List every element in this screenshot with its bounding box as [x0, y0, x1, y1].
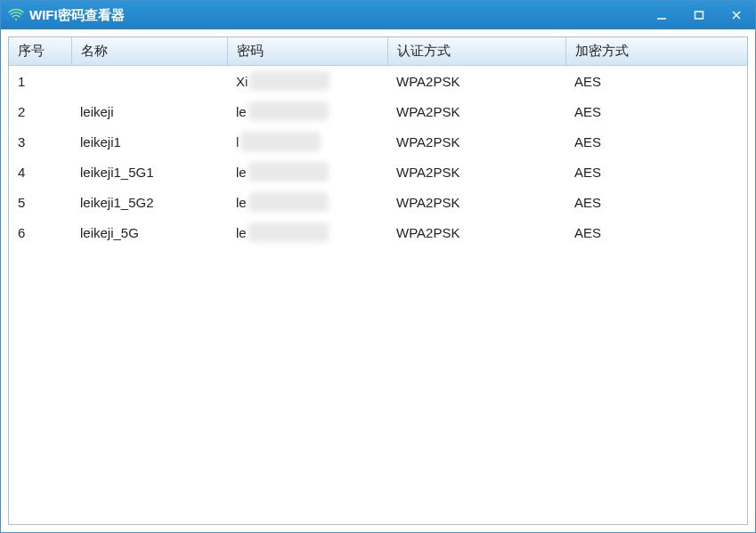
cell-password: le: [227, 187, 387, 217]
cell-encryption: AES: [565, 157, 747, 187]
app-window: WIFI密码查看器: [0, 0, 756, 533]
window-controls: [643, 1, 755, 29]
table-header-row: 序号 名称 密码 认证方式 加密方式: [9, 37, 747, 66]
cell-name: leikeji1_5G2: [71, 187, 227, 217]
cell-encryption: AES: [565, 217, 747, 247]
cell-index: 2: [9, 96, 71, 126]
cell-auth: WPA2PSK: [387, 126, 565, 157]
svg-rect-1: [695, 12, 703, 19]
close-button[interactable]: [718, 1, 755, 29]
cell-auth: WPA2PSK: [387, 217, 565, 247]
cell-auth: WPA2PSK: [387, 157, 565, 187]
header-index[interactable]: 序号: [9, 37, 71, 66]
header-encryption[interactable]: 加密方式: [565, 37, 747, 66]
header-name[interactable]: 名称: [71, 37, 227, 66]
password-blurred: [249, 71, 329, 91]
table-row[interactable]: 1XiWPA2PSKAES: [9, 66, 747, 97]
table-row[interactable]: 4leikeji1_5G1leWPA2PSKAES: [9, 157, 747, 187]
password-blurred: [248, 162, 329, 182]
titlebar[interactable]: WIFI密码查看器: [1, 1, 755, 29]
cell-password: l: [227, 126, 387, 157]
cell-password: le: [227, 217, 387, 247]
cell-auth: WPA2PSK: [387, 66, 565, 97]
cell-name: leikeji: [71, 96, 227, 126]
cell-encryption: AES: [565, 96, 747, 126]
password-blurred: [248, 222, 329, 242]
table-row[interactable]: 3leikeji1lWPA2PSKAES: [9, 126, 747, 157]
minimize-button[interactable]: [643, 1, 680, 29]
cell-index: 1: [9, 66, 71, 97]
password-prefix: le: [236, 104, 247, 119]
cell-index: 4: [9, 157, 71, 187]
cell-index: 3: [9, 126, 71, 157]
cell-name: [71, 66, 227, 97]
wifi-table: 序号 名称 密码 认证方式 加密方式 1XiWPA2PSKAES2leikeji…: [9, 37, 747, 247]
password-prefix: le: [236, 165, 247, 180]
cell-index: 6: [9, 217, 71, 247]
password-prefix: l: [236, 134, 239, 149]
table-row[interactable]: 5leikeji1_5G2leWPA2PSKAES: [9, 187, 747, 217]
header-password[interactable]: 密码: [227, 37, 387, 66]
header-auth[interactable]: 认证方式: [387, 37, 565, 66]
password-blurred: [240, 132, 321, 151]
cell-index: 5: [9, 187, 71, 217]
table-row[interactable]: 2leikejileWPA2PSKAES: [9, 96, 747, 126]
wifi-icon: [8, 7, 24, 23]
table-container[interactable]: 序号 名称 密码 认证方式 加密方式 1XiWPA2PSKAES2leikeji…: [8, 36, 748, 525]
table-row[interactable]: 6leikeji_5GleWPA2PSKAES: [9, 217, 747, 247]
cell-auth: WPA2PSK: [387, 96, 565, 126]
cell-encryption: AES: [565, 187, 747, 217]
cell-password: le: [227, 157, 387, 187]
content-area: 序号 名称 密码 认证方式 加密方式 1XiWPA2PSKAES2leikeji…: [1, 29, 755, 532]
cell-auth: WPA2PSK: [387, 187, 565, 217]
password-prefix: Xi: [236, 74, 248, 89]
window-title: WIFI密码查看器: [29, 7, 643, 24]
cell-name: leikeji_5G: [71, 217, 227, 247]
cell-name: leikeji1_5G1: [71, 157, 227, 187]
password-blurred: [248, 192, 329, 212]
password-prefix: le: [236, 225, 247, 240]
password-prefix: le: [236, 195, 247, 210]
cell-encryption: AES: [565, 126, 747, 157]
maximize-button[interactable]: [680, 1, 718, 29]
cell-password: Xi: [227, 66, 387, 97]
password-blurred: [248, 101, 329, 121]
cell-password: le: [227, 96, 387, 126]
cell-encryption: AES: [565, 66, 747, 97]
cell-name: leikeji1: [71, 126, 227, 157]
